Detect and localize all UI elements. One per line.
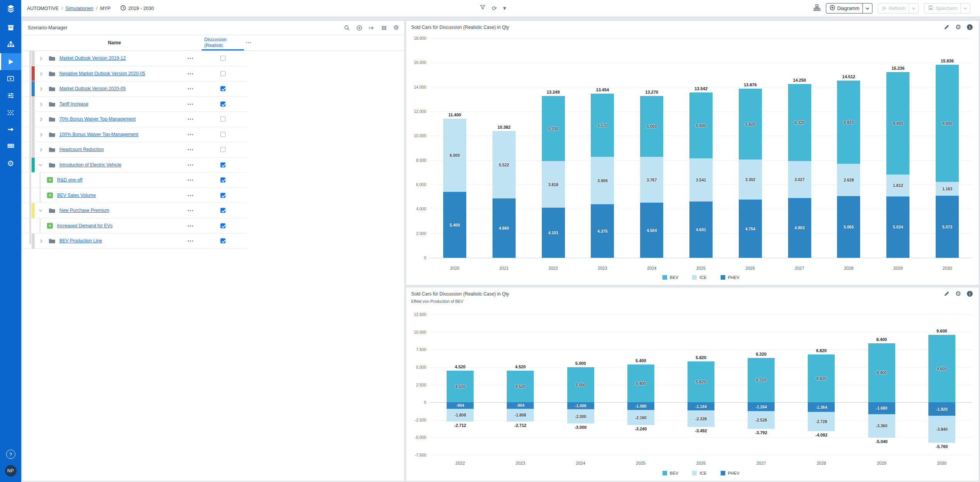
info-icon[interactable]: i	[967, 291, 973, 297]
edit-pencil-icon[interactable]	[944, 24, 950, 30]
legend-item-phev[interactable]: PHEV	[721, 275, 740, 280]
legend-item-bev[interactable]: BEV	[662, 275, 678, 280]
scenario-link[interactable]: Negative Market Outlook Version 2020-05	[59, 71, 145, 76]
x-tick-label: 2024	[640, 266, 663, 270]
row-menu-button[interactable]: •••	[184, 117, 197, 121]
hierarchy-icon[interactable]	[814, 4, 820, 13]
gear-icon[interactable]: ⚙	[955, 24, 961, 30]
row-menu-button[interactable]: •••	[184, 148, 197, 152]
assumption-link[interactable]: BEV Sales Volume	[57, 193, 96, 198]
bar-segment-bev: 6.320	[748, 358, 775, 402]
sidebar-item-sitemap[interactable]	[0, 36, 21, 53]
list-columns-icon[interactable]	[381, 25, 387, 31]
chevron-right-icon[interactable]	[39, 132, 44, 137]
row-menu-button[interactable]: •••	[184, 223, 197, 228]
checkbox-unchecked[interactable]	[220, 56, 225, 61]
gear-icon[interactable]: ⚙	[393, 25, 399, 31]
bar-segment-phev: -1.164	[688, 402, 714, 410]
legend-item-bev[interactable]: BEV	[662, 471, 678, 475]
circle-plus-icon[interactable]	[356, 25, 362, 31]
edit-pencil-icon[interactable]	[944, 291, 950, 297]
row-menu-button[interactable]: •••	[184, 132, 197, 136]
checkbox-checked[interactable]	[220, 223, 225, 228]
checkbox-checked[interactable]	[220, 178, 225, 183]
legend-item-ice[interactable]: ICE	[692, 275, 706, 280]
chevron-right-icon[interactable]	[39, 86, 44, 91]
assumption-link[interactable]: Increased Demand for EVs	[57, 223, 113, 228]
checkbox-checked[interactable]	[220, 193, 225, 198]
scenario-link[interactable]: BEV Production Line	[59, 238, 102, 244]
checkbox-checked[interactable]	[220, 101, 225, 106]
chevron-right-icon[interactable]	[39, 71, 44, 76]
chevron-down-icon[interactable]	[39, 208, 44, 213]
app-logo[interactable]	[0, 0, 21, 19]
info-icon[interactable]: i	[967, 24, 973, 30]
avatar[interactable]: NP	[5, 465, 17, 477]
row-menu-button[interactable]: •••	[184, 193, 197, 197]
sidebar-item-settings[interactable]: ⚙	[0, 155, 21, 172]
chart-legend: BEVICEPHEV	[430, 275, 972, 280]
chevron-down-icon[interactable]	[39, 162, 44, 167]
help-icon[interactable]: ?	[6, 450, 15, 459]
checkbox-unchecked[interactable]	[220, 71, 225, 76]
scenario-table-header: Name Discussion (Realistic •••	[22, 35, 404, 51]
refresh-icon[interactable]: ⟳	[492, 5, 497, 12]
row-menu-button[interactable]: •••	[184, 163, 197, 167]
legend-item-phev[interactable]: PHEV	[721, 471, 740, 475]
chevron-right-icon[interactable]	[39, 238, 44, 244]
assumption-link[interactable]: R&D one-off	[57, 177, 82, 183]
row-menu-button[interactable]: •••	[184, 208, 197, 213]
scenario-link[interactable]: Introduction of Electric Vehicle	[59, 162, 121, 168]
sidebar-item-archive[interactable]	[0, 19, 21, 36]
legend-swatch	[721, 471, 725, 475]
sidebar-item-transfer[interactable]	[0, 121, 21, 138]
chevron-down-icon[interactable]	[862, 3, 872, 13]
checkbox-checked[interactable]	[220, 238, 225, 244]
sidebar-item-model[interactable]	[0, 104, 21, 121]
row-menu-button[interactable]: •••	[184, 71, 197, 76]
checkbox-checked[interactable]	[220, 208, 225, 213]
bar-segment-bev: 5.330	[542, 96, 565, 161]
column-header-discussion[interactable]: Discussion (Realistic	[204, 37, 227, 48]
checkbox-unchecked[interactable]	[220, 132, 225, 137]
scenario-link[interactable]: Market Outlook Version 2019-12	[59, 55, 126, 61]
scenario-link[interactable]: 100% Bonus Waiver Top-Management	[59, 132, 138, 137]
filter-icon[interactable]	[480, 5, 486, 12]
bar-segment-ice: 1.163	[936, 182, 959, 196]
checkbox-checked[interactable]	[220, 162, 225, 167]
refresh-button[interactable]: ⟳ Refresh	[878, 3, 919, 13]
search-icon[interactable]	[344, 25, 350, 31]
breadcrumb-link-simulationen[interactable]: Simulationen	[66, 6, 93, 11]
save-button[interactable]: Speichern	[924, 3, 970, 13]
column-menu-button[interactable]: •••	[246, 41, 252, 45]
scenario-link[interactable]: Headcount Reduction	[59, 147, 104, 152]
scenario-link[interactable]: Tariff Increase	[59, 101, 88, 107]
sidebar-item-drivers[interactable]	[0, 87, 21, 104]
checkbox-unchecked[interactable]	[220, 147, 225, 152]
legend-item-ice[interactable]: ICE	[692, 471, 706, 475]
row-menu-button[interactable]: •••	[184, 178, 197, 182]
column-header-name[interactable]: Name	[29, 40, 200, 45]
gear-icon[interactable]: ⚙	[955, 291, 961, 297]
row-menu-button[interactable]: •••	[184, 87, 197, 91]
bar-segment-bev: 5.400	[627, 364, 654, 403]
sidebar-item-simulation[interactable]	[0, 53, 21, 70]
chevron-right-icon[interactable]	[39, 56, 44, 61]
sidebar-item-presentation[interactable]	[0, 70, 21, 87]
chevron-right-icon[interactable]	[39, 117, 44, 122]
row-menu-button[interactable]: •••	[184, 56, 197, 60]
row-menu-button[interactable]: •••	[184, 102, 197, 106]
row-menu-button[interactable]: •••	[184, 239, 197, 243]
checkbox-checked[interactable]	[220, 86, 225, 91]
add-diagram-button[interactable]: Diagramm	[826, 3, 873, 13]
chevron-down-icon[interactable]: ▼	[503, 6, 506, 10]
scenario-link[interactable]: New Purchase Premium	[59, 208, 109, 213]
chevron-right-icon[interactable]	[39, 147, 44, 152]
bar-total-label: 13.249	[547, 90, 560, 94]
export-arrow-icon[interactable]	[369, 25, 375, 31]
sidebar-item-data[interactable]	[0, 138, 21, 155]
chevron-right-icon[interactable]	[39, 101, 44, 106]
scenario-link[interactable]: 70% Bonus Waiver Top-Management	[59, 116, 136, 122]
checkbox-unchecked[interactable]	[220, 117, 225, 122]
scenario-link[interactable]: Market Outlook Version 2020-05	[59, 86, 126, 91]
